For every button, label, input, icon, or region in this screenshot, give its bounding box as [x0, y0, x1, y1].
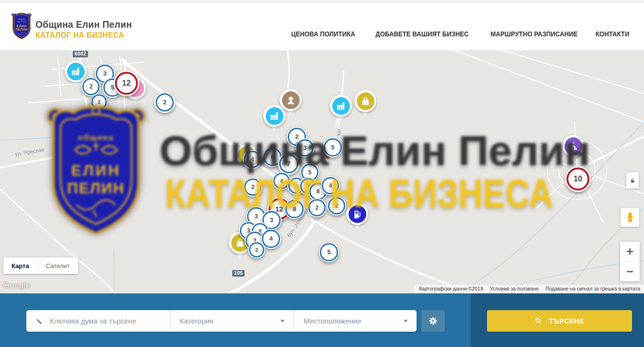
map-cluster[interactable]: 5 — [319, 242, 339, 262]
church-icon — [568, 141, 579, 152]
category-select-label: Категория — [180, 317, 214, 325]
pencil-icon — [34, 316, 43, 325]
map-cluster[interactable]: 8 — [284, 199, 305, 219]
pin-head — [65, 60, 87, 82]
cluster-count: 5 — [320, 243, 338, 261]
worker-icon — [285, 95, 296, 106]
cluster-count: 2 — [82, 78, 100, 95]
cluster-count: 4 — [244, 151, 261, 168]
map-cluster[interactable]: 2 — [248, 241, 265, 258]
google-logo[interactable]: Google — [3, 281, 31, 291]
map-cluster[interactable]: 3 — [295, 138, 315, 157]
search-button[interactable]: ТЪРСЕНЕ — [487, 310, 632, 332]
pin-head — [354, 90, 376, 112]
search-icon — [534, 317, 542, 325]
map-cluster[interactable]: 2 — [307, 198, 327, 217]
map-cluster[interactable]: 10 — [565, 166, 591, 192]
pin-head — [346, 203, 368, 225]
municipality-crest-logo[interactable] — [11, 11, 33, 41]
cluster-count: 4 — [322, 177, 339, 194]
cluster-count: 12 — [115, 72, 138, 95]
chevron-down-icon — [403, 320, 408, 323]
map-canvas[interactable]: 6002105ул. Преславбул. „Новоселщи 325122… — [0, 50, 644, 293]
attribution-terms-link[interactable]: Условия за ползване — [490, 286, 539, 291]
fuel-icon — [352, 209, 363, 220]
map-type-satellite-button[interactable]: Сателит — [37, 257, 78, 274]
map-cluster[interactable]: 4 — [243, 150, 262, 169]
map-pin-fuel[interactable] — [346, 203, 368, 231]
search-bar: Категория Местоположение ТЪРСЕНЕ — [0, 293, 644, 347]
cluster-count: 5 — [324, 138, 341, 156]
streetview-lock-button[interactable] — [626, 172, 639, 189]
cluster-count: 8 — [285, 200, 303, 218]
location-select-label: Местоположение — [304, 317, 361, 325]
cluster-count: 2 — [249, 242, 265, 258]
factory-icon — [70, 66, 81, 77]
road-badge: 105 — [232, 270, 245, 277]
keyword-field[interactable] — [26, 316, 170, 325]
road-badge: 6002 — [73, 51, 88, 57]
bag-icon — [360, 96, 371, 107]
site-title: Община Елин Пелин — [35, 19, 132, 30]
map-cluster[interactable]: 2 — [243, 178, 262, 197]
zoom-in-button[interactable]: + — [620, 242, 640, 261]
lock-icon — [629, 177, 636, 184]
factory-icon — [269, 111, 280, 122]
category-select[interactable]: Категория — [170, 317, 294, 325]
page: Община Елин Пелин КАТАЛОГ НА БИЗНЕСА ЦЕН… — [0, 0, 644, 347]
nav-add-business[interactable]: ДОБАВЕТЕ ВАШИЯТ БИЗНЕС — [375, 30, 469, 38]
cluster-count: 2 — [91, 94, 106, 109]
zoom-control: + − — [620, 242, 640, 281]
map-pin-church[interactable] — [562, 135, 584, 163]
main-nav: ЦЕНОВА ПОЛИТИКА ДОБАВЕТЕ ВАШИЯТ БИЗНЕС М… — [287, 30, 632, 38]
cluster-count: 7 — [279, 154, 298, 173]
nav-route-schedule[interactable]: МАРШРУТНО РАЗПИСАНИЕ — [490, 30, 577, 38]
nav-pricing-policy[interactable]: ЦЕНОВА ПОЛИТИКА — [291, 30, 355, 38]
gear-icon — [428, 316, 438, 326]
map-cluster[interactable]: 2 — [81, 77, 101, 96]
cluster-count: 2 — [244, 179, 261, 196]
map-cluster[interactable]: 12 — [113, 70, 139, 96]
cluster-count: 2 — [328, 197, 345, 214]
zoom-out-button[interactable]: − — [620, 262, 640, 281]
site-brand[interactable]: Община Елин Пелин КАТАЛОГ НА БИЗНЕСА — [35, 19, 132, 40]
pin-head — [330, 95, 352, 117]
keyword-input[interactable] — [49, 316, 156, 325]
map-pin-factory[interactable] — [263, 105, 285, 133]
pin-head — [263, 105, 285, 127]
cluster-count: 2 — [308, 199, 326, 216]
search-button-label: ТЪРСЕНЕ — [549, 317, 584, 325]
pegman-button[interactable] — [621, 208, 639, 227]
attribution-report-link[interactable]: Подаване на сигнал за грешка в картата — [545, 286, 640, 291]
map-cluster[interactable]: 2 — [91, 94, 107, 110]
cluster-count: 2 — [156, 93, 174, 112]
map-type-map-button[interactable]: Карта — [3, 257, 37, 274]
pegman-icon — [624, 211, 636, 224]
nav-contacts[interactable]: КОНТАКТИ — [596, 30, 630, 38]
search-fields: Категория Местоположение — [26, 310, 417, 332]
map-cluster[interactable]: 2 — [154, 92, 175, 113]
attribution-copyright: Картографски данни ©2019 — [419, 286, 483, 291]
map-type-control: Карта Сателит — [3, 257, 78, 274]
map-pin-factory[interactable] — [330, 95, 352, 123]
site-header: Община Елин Пелин КАТАЛОГ НА БИЗНЕСА ЦЕН… — [0, 3, 644, 51]
map-cluster[interactable]: 4 — [321, 176, 340, 195]
map-attribution: Картографски данни ©2019 Условия за полз… — [414, 285, 644, 293]
cluster-count: 4 — [262, 230, 280, 247]
map-cluster[interactable]: 5 — [323, 137, 343, 157]
factory-icon — [336, 101, 347, 112]
advanced-settings-button[interactable] — [421, 310, 445, 332]
chevron-down-icon — [280, 320, 285, 323]
map-cluster[interactable]: 2 — [327, 196, 346, 215]
pin-head — [562, 135, 584, 157]
location-select[interactable]: Местоположение — [294, 317, 417, 325]
map-pin-bag[interactable] — [354, 90, 376, 118]
site-subtitle: КАТАЛОГ НА БИЗНЕСА — [35, 31, 132, 40]
cluster-count: 3 — [296, 139, 314, 157]
cluster-count: 10 — [566, 168, 589, 190]
